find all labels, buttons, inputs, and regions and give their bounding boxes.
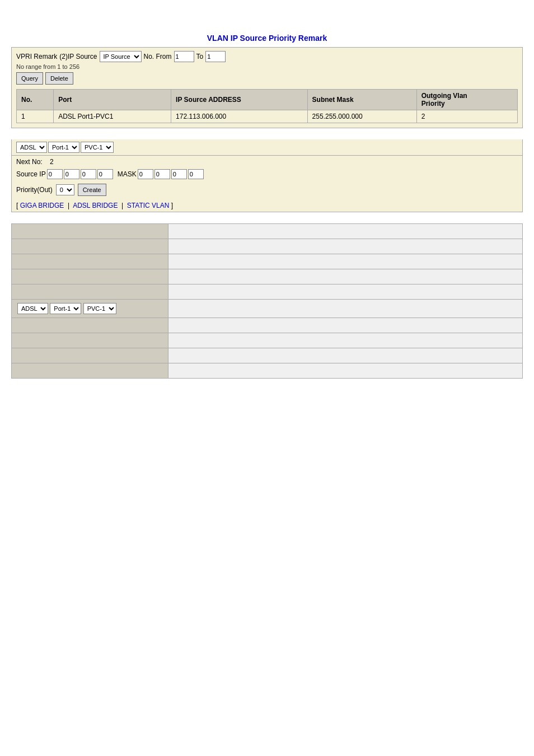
bottom-pvc-select[interactable]: PVC-1 PVC-2 [83,303,116,314]
nav-links-row: [ GIGA BRIDGE | ADSL BRIDGE | STATIC VLA… [11,199,523,212]
ip3-input[interactable] [81,169,96,179]
bottom-row-6: ADSL GIGA Port-1 Port-2 PVC-1 PVC-2 [12,300,523,318]
pvc-select[interactable]: PVC-1 PVC-2 [81,142,114,153]
col-no: No. [17,90,54,110]
bottom-cell-left-5 [12,284,168,300]
bottom-cell-right-7 [168,318,523,333]
col-priority: Outgoing VlanPriority [416,90,517,110]
port-type-select[interactable]: ADSL GIGA [16,142,47,153]
mask3-input[interactable] [171,169,187,179]
mask2-input[interactable] [154,169,170,179]
priority-row: Priority(Out) 0 1 2 3 Create [11,181,523,199]
bottom-row-3 [12,254,523,269]
next-no-label: Next No: [16,158,43,166]
bottom-cell-left-10 [12,363,168,379]
bottom-cell-right-6 [168,300,523,318]
bottom-row-10 [12,363,523,379]
bottom-cell-left-3 [12,254,168,269]
bottom-row-7 [12,318,523,333]
ip-source-select[interactable]: IP Source [100,51,142,62]
bottom-cell-left-7 [12,318,168,333]
col-ip: IP Source ADDRESS [171,90,308,110]
bottom-row-4 [12,269,523,284]
ip2-input[interactable] [64,169,79,179]
bottom-cell-left-8 [12,333,168,348]
port-row: ADSL GIGA Port-1 Port-2 PVC-1 PVC-2 [11,139,523,156]
mask-label: MASK [118,170,137,178]
port-num-select[interactable]: Port-1 Port-2 [48,142,79,153]
adsl-bridge-link[interactable]: ADSL BRIDGE [73,202,118,209]
next-no-value: 2 [50,158,54,166]
cell-ip: 172.113.006.000 [171,110,308,123]
bottom-cell-left-4 [12,269,168,284]
nextno-row: Next No: 2 [11,156,523,167]
ip1-input[interactable] [47,169,63,179]
bottom-table: ADSL GIGA Port-1 Port-2 PVC-1 PVC-2 [11,223,523,379]
vpri-label: VPRI Remark [16,53,57,60]
static-vlan-link[interactable]: STATIC VLAN [127,202,170,209]
priority-label: Priority(Out) [16,186,53,194]
query-button[interactable]: Query [16,72,43,85]
bottom-cell-left-2 [12,239,168,254]
bottom-row-8 [12,333,523,348]
ip-source-label: (2)IP Source [59,53,97,60]
bottom-row-2 [12,239,523,254]
priority-select[interactable]: 0 1 2 3 [56,184,74,195]
bottom-cell-port: ADSL GIGA Port-1 Port-2 PVC-1 PVC-2 [12,300,168,318]
mask4-input[interactable] [188,169,204,179]
cell-port: ADSL Port1-PVC1 [54,110,171,123]
source-ip-label: Source IP [16,170,46,178]
page-title: VLAN IP Source Priority Remark [11,34,523,43]
no-from-label: No. From [144,53,172,60]
top-panel-row1: VPRI Remark (2)IP Source IP Source No. F… [16,51,518,62]
create-button[interactable]: Create [78,184,106,196]
cell-no: 1 [17,110,54,123]
ip4-input[interactable] [97,169,113,179]
col-port: Port [54,90,171,110]
bottom-port-num-select[interactable]: Port-1 Port-2 [50,303,81,314]
bottom-row-9 [12,348,523,363]
page-wrapper: VLAN IP Source Priority Remark VPRI Rema… [11,11,523,379]
bottom-cell-left-1 [12,224,168,239]
bottom-cell-right-1 [168,224,523,239]
no-from-input[interactable] [174,51,194,62]
query-delete-row: Query Delete [16,72,518,85]
mask1-input[interactable] [138,169,153,179]
to-input[interactable] [205,51,226,62]
bottom-cell-left-9 [12,348,168,363]
bottom-cell-right-9 [168,348,523,363]
bottom-port-type-select[interactable]: ADSL GIGA [17,303,48,314]
range-text: No range from 1 to 256 [16,63,518,70]
cell-priority: 2 [416,110,517,123]
giga-bridge-link[interactable]: GIGA BRIDGE [20,202,64,209]
bottom-cell-right-5 [168,284,523,300]
ip-source-table: No. Port IP Source ADDRESS Subnet Mask O… [16,89,518,123]
table-row: 1 ADSL Port1-PVC1 172.113.006.000 255.25… [17,110,518,123]
to-label: To [196,53,204,60]
bottom-cell-right-4 [168,269,523,284]
col-mask: Subnet Mask [307,90,416,110]
bottom-row-5 [12,284,523,300]
bottom-cell-right-10 [168,363,523,379]
delete-button[interactable]: Delete [45,72,73,85]
source-ip-row: Source IP MASK [11,167,523,181]
bottom-cell-right-2 [168,239,523,254]
top-panel: VPRI Remark (2)IP Source IP Source No. F… [11,47,523,128]
bottom-cell-right-8 [168,333,523,348]
bottom-cell-right-3 [168,254,523,269]
cell-mask: 255.255.000.000 [307,110,416,123]
bottom-row-1 [12,224,523,239]
